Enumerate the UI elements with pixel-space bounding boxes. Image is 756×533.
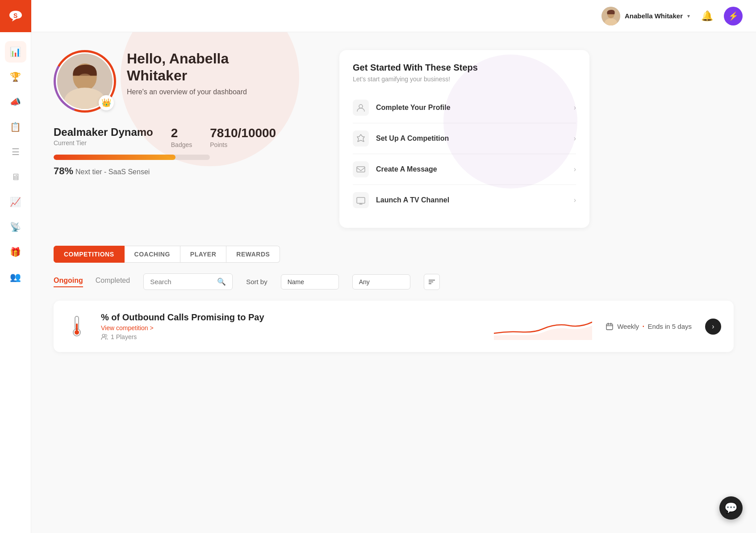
sidebar-item-gift[interactable]: 🎁 [5, 241, 26, 263]
profile-step-icon [353, 100, 369, 116]
header-right: Anabella Whitaker ▾ 🔔 ⚡ [601, 7, 743, 25]
subtab-completed[interactable]: Completed [96, 277, 130, 287]
step-label-tv: Launch A TV Channel [376, 196, 449, 204]
chart-icon: 📈 [10, 197, 21, 207]
step-chevron-tv: › [574, 196, 576, 204]
logo-area: S [0, 0, 31, 32]
sort-select[interactable]: Name Date Status [281, 274, 339, 290]
crown-icon: 👑 [101, 98, 111, 108]
step-chevron-message: › [574, 165, 576, 173]
tab-rewards[interactable]: REWARDS [226, 246, 280, 263]
trophy-icon: 🏆 [10, 71, 21, 82]
step-left-message: Create A Message [353, 161, 437, 177]
tv-step-icon [353, 192, 369, 208]
competition-step-icon [353, 130, 369, 147]
sidebar-item-trophy[interactable]: 🏆 [5, 66, 26, 88]
profile-section: 👑 Hello, Anabella Whitaker Here's an ove… [54, 50, 734, 228]
svg-rect-22 [606, 324, 613, 330]
sidebar-item-megaphone[interactable]: 📣 [5, 91, 26, 113]
profile-text: Hello, Anabella Whitaker Here's an overv… [127, 50, 247, 96]
search-box: 🔍 [143, 273, 233, 290]
sub-row: Ongoing Completed 🔍 Sort by Name Date St… [54, 273, 734, 290]
crown-badge: 👑 [99, 95, 114, 110]
sidebar-item-report[interactable]: 📋 [5, 116, 26, 138]
step-launch-tv[interactable]: Launch A TV Channel › [353, 185, 576, 215]
competition-chart [494, 313, 592, 340]
step-label-message: Create A Message [376, 165, 437, 173]
stats-row: Dealmaker Dynamo Current Tier 2 Badges 7… [54, 126, 322, 148]
thermometer-icon [66, 316, 88, 337]
sidebar-item-users[interactable]: 👥 [5, 266, 26, 288]
chat-icon: 💬 [724, 502, 738, 514]
megaphone-icon: 📣 [10, 97, 21, 107]
badges-value: 2 [171, 126, 192, 140]
lightning-badge[interactable]: ⚡ [724, 7, 743, 25]
main-content: 👑 Hello, Anabella Whitaker Here's an ove… [31, 32, 756, 533]
step-complete-profile[interactable]: Complete Your Profile › [353, 92, 576, 123]
tab-coaching[interactable]: COACHING [125, 246, 180, 263]
sidebar-item-dashboard[interactable]: 📊 [5, 41, 26, 63]
svg-text:S: S [13, 12, 17, 19]
next-tier-text: Next tier - SaaS Sensei [75, 168, 150, 176]
filter-select[interactable]: Any Active Inactive [352, 274, 410, 290]
top-header: S Anabella Whitaker ▾ 🔔 ⚡ [0, 0, 756, 32]
gift-icon: 🎁 [10, 247, 21, 257]
sidebar-item-chart[interactable]: 📈 [5, 191, 26, 213]
progress-text: 78% Next tier - SaaS Sensei [54, 165, 322, 177]
step-setup-competition[interactable]: Set Up A Competition › [353, 123, 576, 154]
comp-view-link[interactable]: View competition > [101, 324, 480, 332]
avatar-container: 👑 [54, 50, 116, 113]
progress-bar-container [54, 155, 210, 160]
competition-card: % of Outbound Calls Promising to Pay Vie… [54, 301, 734, 352]
report-icon: 📋 [10, 122, 21, 132]
points-stat: 7810/10000 Points [210, 126, 276, 148]
app-logo[interactable]: S [8, 8, 24, 24]
comp-title: % of Outbound Calls Promising to Pay [101, 312, 480, 323]
users-icon: 👥 [10, 272, 21, 282]
tab-competitions[interactable]: COMPETITIONS [54, 246, 125, 263]
main-layout: 📊 🏆 📣 📋 ☰ 🖥 📈 📡 🎁 👥 [0, 32, 756, 533]
get-started-subtitle: Let's start gamifying your business! [353, 76, 576, 83]
user-info[interactable]: Anabella Whitaker ▾ [601, 7, 690, 25]
comp-players-count: 1 Players [111, 333, 137, 340]
step-label-profile: Complete Your Profile [376, 104, 451, 112]
tabs-section: COMPETITIONS COACHING PLAYER REWARDS Ong… [54, 246, 734, 290]
badges-stat: 2 Badges [171, 126, 192, 148]
badges-label: Badges [171, 141, 192, 148]
sidebar-item-list[interactable]: ☰ [5, 141, 26, 163]
svg-rect-18 [76, 323, 78, 331]
svg-rect-10 [357, 197, 365, 203]
svg-rect-9 [357, 167, 365, 172]
user-name: Anabella Whitaker [625, 12, 683, 20]
chat-button[interactable]: 💬 [719, 496, 743, 520]
tier-stat: Dealmaker Dynamo Current Tier [54, 126, 153, 147]
progress-bar-fill [54, 155, 175, 160]
points-label: Points [210, 141, 276, 148]
bell-icon[interactable]: 🔔 [699, 8, 715, 24]
sidebar-item-broadcast[interactable]: 📡 [5, 216, 26, 238]
svg-point-19 [75, 330, 79, 335]
monitor-icon: 🖥 [11, 172, 20, 182]
tab-player[interactable]: PLAYER [180, 246, 227, 263]
search-input[interactable] [150, 278, 213, 285]
message-step-icon [353, 161, 369, 177]
subtab-ongoing[interactable]: Ongoing [54, 277, 83, 287]
get-started-card: Get Started With These Steps Let's start… [339, 50, 589, 228]
step-label-competition: Set Up A Competition [376, 134, 449, 143]
step-left-tv: Launch A TV Channel [353, 192, 449, 208]
chevron-down-icon: ▾ [687, 13, 690, 19]
profile-top: 👑 Hello, Anabella Whitaker Here's an ove… [54, 50, 322, 113]
points-value: 7810/10000 [210, 126, 276, 140]
comp-schedule: Weekly [617, 323, 639, 330]
get-started-title: Get Started With These Steps [353, 63, 576, 73]
dashboard-icon: 📊 [10, 46, 21, 57]
sidebar-item-monitor[interactable]: 🖥 [5, 166, 26, 188]
comp-info: % of Outbound Calls Promising to Pay Vie… [101, 312, 480, 340]
dot: • [643, 324, 644, 329]
profile-subtitle: Here's an overview of your dashboard [127, 88, 247, 96]
step-create-message[interactable]: Create A Message › [353, 154, 576, 185]
comp-arrow-button[interactable]: › [705, 319, 721, 335]
comp-meta: Weekly • Ends in 5 days [606, 323, 692, 331]
step-chevron-profile: › [574, 104, 576, 112]
sort-order-icon[interactable] [424, 274, 440, 290]
